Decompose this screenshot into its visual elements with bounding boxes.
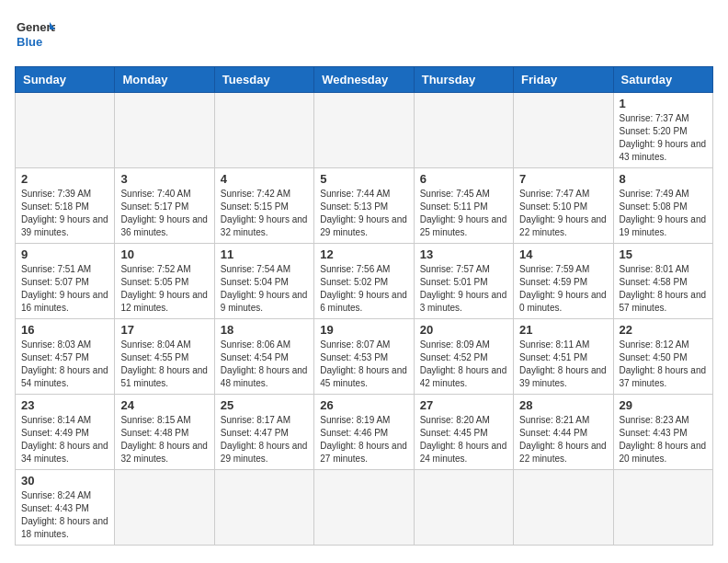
day-info: Sunrise: 8:04 AM Sunset: 4:55 PM Dayligh… bbox=[120, 339, 208, 390]
day-info: Sunrise: 8:11 AM Sunset: 4:51 PM Dayligh… bbox=[519, 339, 607, 390]
day-number: 27 bbox=[420, 398, 507, 412]
day-number: 5 bbox=[320, 172, 407, 186]
svg-text:Blue: Blue bbox=[17, 35, 42, 49]
weekday-header: Wednesday bbox=[314, 67, 414, 93]
day-info: Sunrise: 7:45 AM Sunset: 5:11 PM Dayligh… bbox=[420, 188, 507, 239]
calendar-cell bbox=[314, 93, 414, 168]
day-info: Sunrise: 8:20 AM Sunset: 4:45 PM Dayligh… bbox=[420, 414, 507, 465]
calendar-cell: 22Sunrise: 8:12 AM Sunset: 4:50 PM Dayli… bbox=[613, 319, 712, 395]
day-number: 16 bbox=[21, 323, 108, 337]
day-info: Sunrise: 7:39 AM Sunset: 5:18 PM Dayligh… bbox=[21, 188, 108, 239]
day-number: 10 bbox=[120, 247, 208, 261]
calendar-header-row: SundayMondayTuesdayWednesdayThursdayFrid… bbox=[16, 67, 713, 93]
calendar-cell: 9Sunrise: 7:51 AM Sunset: 5:07 PM Daylig… bbox=[16, 244, 115, 319]
calendar-cell: 2Sunrise: 7:39 AM Sunset: 5:18 PM Daylig… bbox=[16, 168, 115, 244]
calendar-week-row: 30Sunrise: 8:24 AM Sunset: 4:43 PM Dayli… bbox=[16, 470, 713, 546]
day-info: Sunrise: 8:06 AM Sunset: 4:54 PM Dayligh… bbox=[221, 339, 308, 390]
day-info: Sunrise: 8:07 AM Sunset: 4:53 PM Dayligh… bbox=[320, 339, 407, 390]
day-number: 30 bbox=[21, 474, 108, 488]
calendar-cell: 19Sunrise: 8:07 AM Sunset: 4:53 PM Dayli… bbox=[314, 319, 414, 395]
calendar-cell: 7Sunrise: 7:47 AM Sunset: 5:10 PM Daylig… bbox=[514, 168, 613, 244]
day-number: 7 bbox=[519, 172, 607, 186]
calendar-cell: 28Sunrise: 8:21 AM Sunset: 4:44 PM Dayli… bbox=[514, 395, 613, 470]
calendar: SundayMondayTuesdayWednesdayThursdayFrid… bbox=[15, 66, 713, 546]
day-number: 19 bbox=[320, 323, 407, 337]
calendar-week-row: 9Sunrise: 7:51 AM Sunset: 5:07 PM Daylig… bbox=[16, 244, 713, 319]
calendar-cell: 6Sunrise: 7:45 AM Sunset: 5:11 PM Daylig… bbox=[414, 168, 513, 244]
logo-svg: General Blue bbox=[15, 15, 55, 55]
calendar-cell bbox=[115, 93, 214, 168]
calendar-cell: 24Sunrise: 8:15 AM Sunset: 4:48 PM Dayli… bbox=[115, 395, 214, 470]
day-number: 14 bbox=[519, 247, 607, 261]
day-number: 6 bbox=[420, 172, 507, 186]
day-info: Sunrise: 7:57 AM Sunset: 5:01 PM Dayligh… bbox=[420, 263, 507, 315]
weekday-header: Saturday bbox=[613, 67, 712, 93]
calendar-cell bbox=[115, 470, 214, 546]
day-number: 4 bbox=[221, 172, 308, 186]
day-number: 20 bbox=[420, 323, 507, 337]
day-number: 22 bbox=[620, 323, 707, 337]
day-number: 9 bbox=[21, 247, 108, 261]
day-number: 3 bbox=[120, 172, 208, 186]
weekday-header: Sunday bbox=[16, 67, 115, 93]
calendar-week-row: 23Sunrise: 8:14 AM Sunset: 4:49 PM Dayli… bbox=[16, 395, 713, 470]
calendar-cell: 23Sunrise: 8:14 AM Sunset: 4:49 PM Dayli… bbox=[16, 395, 115, 470]
calendar-cell: 1Sunrise: 7:37 AM Sunset: 5:20 PM Daylig… bbox=[613, 93, 712, 168]
calendar-week-row: 1Sunrise: 7:37 AM Sunset: 5:20 PM Daylig… bbox=[16, 93, 713, 168]
calendar-cell: 14Sunrise: 7:59 AM Sunset: 4:59 PM Dayli… bbox=[514, 244, 613, 319]
header: General Blue bbox=[15, 15, 713, 55]
day-info: Sunrise: 7:56 AM Sunset: 5:02 PM Dayligh… bbox=[320, 263, 407, 315]
calendar-cell: 30Sunrise: 8:24 AM Sunset: 4:43 PM Dayli… bbox=[16, 470, 115, 546]
day-info: Sunrise: 8:24 AM Sunset: 4:43 PM Dayligh… bbox=[21, 489, 108, 541]
calendar-cell bbox=[214, 470, 313, 546]
day-info: Sunrise: 8:21 AM Sunset: 4:44 PM Dayligh… bbox=[519, 414, 607, 465]
calendar-cell: 11Sunrise: 7:54 AM Sunset: 5:04 PM Dayli… bbox=[214, 244, 313, 319]
day-info: Sunrise: 8:19 AM Sunset: 4:46 PM Dayligh… bbox=[320, 414, 407, 465]
logo: General Blue bbox=[15, 15, 59, 55]
calendar-cell: 13Sunrise: 7:57 AM Sunset: 5:01 PM Dayli… bbox=[414, 244, 513, 319]
calendar-cell: 5Sunrise: 7:44 AM Sunset: 5:13 PM Daylig… bbox=[314, 168, 414, 244]
calendar-cell: 10Sunrise: 7:52 AM Sunset: 5:05 PM Dayli… bbox=[115, 244, 214, 319]
calendar-cell: 12Sunrise: 7:56 AM Sunset: 5:02 PM Dayli… bbox=[314, 244, 414, 319]
weekday-header: Friday bbox=[514, 67, 613, 93]
day-number: 18 bbox=[221, 323, 308, 337]
day-info: Sunrise: 8:15 AM Sunset: 4:48 PM Dayligh… bbox=[120, 414, 208, 465]
day-info: Sunrise: 8:12 AM Sunset: 4:50 PM Dayligh… bbox=[620, 339, 707, 390]
calendar-cell: 25Sunrise: 8:17 AM Sunset: 4:47 PM Dayli… bbox=[214, 395, 313, 470]
day-number: 21 bbox=[519, 323, 607, 337]
day-number: 24 bbox=[120, 398, 208, 412]
day-number: 12 bbox=[320, 247, 407, 261]
day-info: Sunrise: 7:52 AM Sunset: 5:05 PM Dayligh… bbox=[120, 263, 208, 315]
svg-text:General: General bbox=[17, 20, 55, 34]
day-info: Sunrise: 8:23 AM Sunset: 4:43 PM Dayligh… bbox=[620, 414, 707, 465]
weekday-header: Thursday bbox=[414, 67, 513, 93]
day-info: Sunrise: 7:49 AM Sunset: 5:08 PM Dayligh… bbox=[620, 188, 707, 239]
calendar-cell bbox=[613, 470, 712, 546]
calendar-cell: 26Sunrise: 8:19 AM Sunset: 4:46 PM Dayli… bbox=[314, 395, 414, 470]
day-number: 25 bbox=[221, 398, 308, 412]
calendar-cell: 21Sunrise: 8:11 AM Sunset: 4:51 PM Dayli… bbox=[514, 319, 613, 395]
day-number: 17 bbox=[120, 323, 208, 337]
day-number: 23 bbox=[21, 398, 108, 412]
day-info: Sunrise: 8:03 AM Sunset: 4:57 PM Dayligh… bbox=[21, 339, 108, 390]
day-info: Sunrise: 7:59 AM Sunset: 4:59 PM Dayligh… bbox=[519, 263, 607, 315]
calendar-cell: 20Sunrise: 8:09 AM Sunset: 4:52 PM Dayli… bbox=[414, 319, 513, 395]
day-number: 13 bbox=[420, 247, 507, 261]
day-number: 11 bbox=[221, 247, 308, 261]
day-info: Sunrise: 7:47 AM Sunset: 5:10 PM Dayligh… bbox=[519, 188, 607, 239]
day-info: Sunrise: 7:37 AM Sunset: 5:20 PM Dayligh… bbox=[620, 112, 707, 164]
calendar-cell bbox=[414, 470, 513, 546]
calendar-cell bbox=[314, 470, 414, 546]
calendar-cell bbox=[214, 93, 313, 168]
day-number: 1 bbox=[620, 97, 707, 110]
calendar-cell bbox=[514, 93, 613, 168]
day-info: Sunrise: 7:44 AM Sunset: 5:13 PM Dayligh… bbox=[320, 188, 407, 239]
calendar-cell: 3Sunrise: 7:40 AM Sunset: 5:17 PM Daylig… bbox=[115, 168, 214, 244]
calendar-cell: 16Sunrise: 8:03 AM Sunset: 4:57 PM Dayli… bbox=[16, 319, 115, 395]
calendar-cell: 27Sunrise: 8:20 AM Sunset: 4:45 PM Dayli… bbox=[414, 395, 513, 470]
day-number: 15 bbox=[620, 247, 707, 261]
day-info: Sunrise: 7:54 AM Sunset: 5:04 PM Dayligh… bbox=[221, 263, 308, 315]
calendar-cell: 4Sunrise: 7:42 AM Sunset: 5:15 PM Daylig… bbox=[214, 168, 313, 244]
calendar-cell: 15Sunrise: 8:01 AM Sunset: 4:58 PM Dayli… bbox=[613, 244, 712, 319]
weekday-header: Monday bbox=[115, 67, 214, 93]
